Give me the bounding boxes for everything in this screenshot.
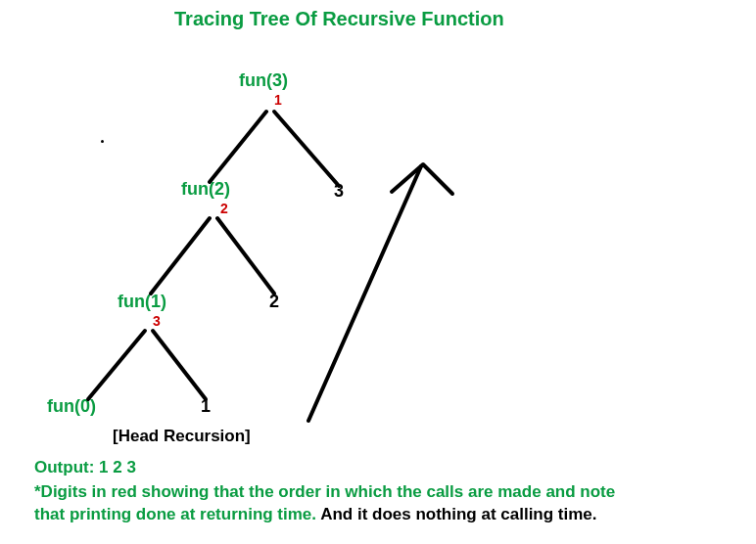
note-line2a: that printing done at returning time.: [34, 505, 316, 523]
node-fun3: fun(3): [239, 70, 288, 91]
node-fun0: fun(0): [47, 396, 96, 417]
note-line2b: And it does nothing at calling time.: [320, 505, 596, 523]
explanation-note: *Digits in red showing that the order in…: [34, 481, 739, 526]
caption-head-recursion: [Head Recursion]: [113, 427, 251, 446]
step-1: 1: [274, 92, 282, 108]
arrow-head: [392, 164, 452, 194]
arrow-shaft: [308, 166, 421, 421]
node-fun1: fun(1): [118, 292, 166, 312]
edge-fun2-left: [151, 218, 210, 294]
edge-fun3-right: [274, 112, 339, 186]
print-value-3: 3: [334, 181, 344, 202]
edge-fun1-left: [88, 331, 145, 399]
edge-fun1-right: [153, 331, 206, 399]
output-label: Output: 1 2 3: [34, 458, 136, 477]
dot-mark: [101, 140, 104, 143]
diagram-stage: Tracing Tree Of Recursive Function fun(3…: [0, 0, 756, 544]
note-line1: *Digits in red showing that the order in…: [34, 482, 615, 501]
diagram-title: Tracing Tree Of Recursive Function: [174, 8, 504, 30]
edge-fun2-right: [217, 218, 274, 294]
print-value-1: 1: [201, 396, 211, 417]
edge-fun3-left: [210, 112, 266, 182]
node-fun2: fun(2): [181, 179, 230, 200]
step-3: 3: [153, 313, 161, 329]
print-value-2: 2: [269, 292, 279, 312]
step-2: 2: [220, 201, 228, 216]
